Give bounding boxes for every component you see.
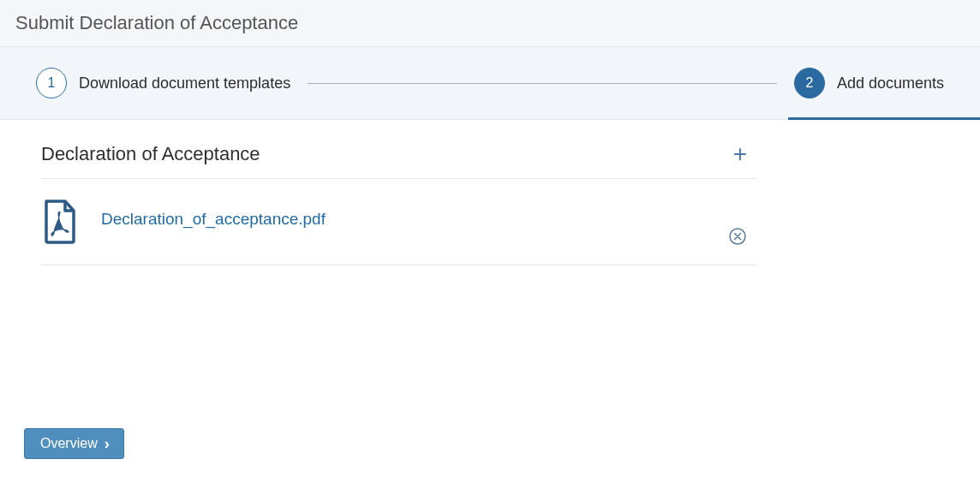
wizard-connector <box>308 83 777 84</box>
step-label-2: Add documents <box>837 75 944 92</box>
overview-label: Overview <box>40 436 98 451</box>
close-circle-icon <box>728 227 747 246</box>
section-header: Declaration of Acceptance + <box>41 130 757 179</box>
step-number-1: 1 <box>36 68 67 98</box>
section-title: Declaration of Acceptance <box>41 143 260 165</box>
pdf-icon <box>41 200 77 244</box>
wizard-step-2[interactable]: 2 Add documents <box>794 68 944 98</box>
wizard-step-1[interactable]: 1 Download document templates <box>36 68 290 98</box>
plus-icon: + <box>733 140 747 167</box>
chevron-right-icon: › <box>105 436 110 451</box>
step-label-1: Download document templates <box>79 75 290 92</box>
page-title: Submit Declaration of Acceptance <box>15 12 298 33</box>
add-document-button[interactable]: + <box>723 142 757 166</box>
main-content: Declaration of Acceptance + Declaration_… <box>0 120 781 265</box>
file-link[interactable]: Declaration_of_acceptance.pdf <box>101 210 326 229</box>
remove-file-button[interactable] <box>728 227 747 249</box>
wizard-steps: 1 Download document templates 2 Add docu… <box>0 47 980 120</box>
footer: Overview › <box>24 428 124 459</box>
active-step-indicator <box>788 117 980 120</box>
overview-button[interactable]: Overview › <box>24 428 124 459</box>
step-number-2: 2 <box>794 68 825 98</box>
file-row: Declaration_of_acceptance.pdf <box>41 179 757 265</box>
page-header: Submit Declaration of Acceptance <box>0 0 980 47</box>
